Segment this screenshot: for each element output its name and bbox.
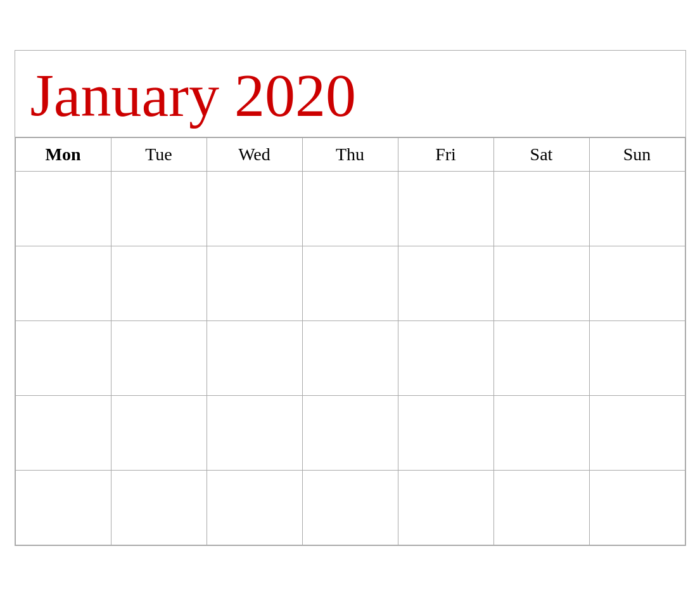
header-mon: Mon xyxy=(15,137,111,171)
calendar-cell xyxy=(207,320,302,395)
calendar-cell xyxy=(111,246,207,320)
calendar-cell xyxy=(302,470,398,545)
calendar-cell xyxy=(589,246,685,320)
calendar-cell xyxy=(207,395,302,470)
calendar-cell xyxy=(111,395,207,470)
header-sun: Sun xyxy=(589,137,685,171)
calendar-cell xyxy=(15,395,111,470)
calendar-row xyxy=(15,320,685,395)
calendar-cell xyxy=(493,470,589,545)
calendar-cell xyxy=(398,320,493,395)
calendar-cell xyxy=(207,171,302,246)
calendar-cell xyxy=(302,171,398,246)
header-sat: Sat xyxy=(493,137,589,171)
calendar-cell xyxy=(589,470,685,545)
calendar-row xyxy=(15,470,685,545)
calendar-cell xyxy=(398,395,493,470)
calendar-cell xyxy=(111,470,207,545)
calendar-cell xyxy=(589,320,685,395)
calendar-row xyxy=(15,246,685,320)
calendar-cell xyxy=(15,246,111,320)
calendar-cell xyxy=(493,246,589,320)
calendar-header: January 2020 xyxy=(15,51,685,137)
calendar-cell xyxy=(589,395,685,470)
calendar-row xyxy=(15,395,685,470)
calendar-cell xyxy=(398,246,493,320)
calendar-cell xyxy=(589,171,685,246)
calendar-cell xyxy=(15,171,111,246)
calendar-cell xyxy=(302,395,398,470)
calendar-cell xyxy=(111,171,207,246)
calendar-container: January 2020 Mon Tue Wed Thu Fri Sat Sun xyxy=(15,50,686,546)
calendar-cell xyxy=(207,246,302,320)
calendar-cell xyxy=(398,470,493,545)
header-tue: Tue xyxy=(111,137,207,171)
calendar-cell xyxy=(15,320,111,395)
header-fri: Fri xyxy=(398,137,493,171)
calendar-cell xyxy=(493,171,589,246)
calendar-cell xyxy=(398,171,493,246)
calendar-cell xyxy=(207,470,302,545)
calendar-cell xyxy=(302,320,398,395)
calendar-grid: Mon Tue Wed Thu Fri Sat Sun xyxy=(15,137,685,545)
day-header-row: Mon Tue Wed Thu Fri Sat Sun xyxy=(15,137,685,171)
header-wed: Wed xyxy=(207,137,302,171)
header-thu: Thu xyxy=(302,137,398,171)
calendar-cell xyxy=(493,320,589,395)
calendar-row xyxy=(15,171,685,246)
calendar-cell xyxy=(302,246,398,320)
calendar-cell xyxy=(15,470,111,545)
calendar-cell xyxy=(111,320,207,395)
calendar-cell xyxy=(493,395,589,470)
calendar-title: January 2020 xyxy=(30,62,670,129)
